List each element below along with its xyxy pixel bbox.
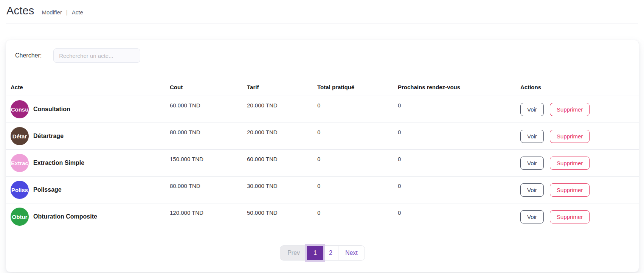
- acte-avatar-label: Détar: [12, 133, 27, 140]
- breadcrumb-acte[interactable]: Acte: [72, 9, 83, 16]
- prochains-rdv-cell: 0: [393, 123, 516, 150]
- page-1-button[interactable]: 1: [307, 246, 323, 260]
- page-header: Actes Modifier | Acte: [0, 0, 644, 17]
- view-button[interactable]: Voir: [520, 157, 544, 170]
- page-title: Actes: [6, 5, 34, 17]
- column-header-cout: Cout: [165, 63, 242, 96]
- next-button[interactable]: Next: [338, 246, 365, 260]
- table-row: Consu Consultation 60.000 TND 20.000 TND…: [6, 96, 639, 123]
- acte-avatar-label: Extrac: [11, 160, 28, 166]
- search-label: Chercher:: [15, 52, 42, 59]
- acte-name: Consultation: [33, 106, 70, 113]
- actions-cell: Voir Supprimer: [516, 203, 639, 230]
- header-divider: [6, 23, 638, 23]
- pagination-container: Prev 1 2 Next: [6, 245, 639, 261]
- total-pratique-cell: 0: [313, 177, 393, 203]
- cout-cell: 60.000 TND: [165, 96, 242, 123]
- actes-table: Acte Cout Tarif Total pratiqué Prochains…: [6, 63, 639, 230]
- delete-button[interactable]: Supprimer: [550, 130, 590, 143]
- breadcrumb-separator: |: [66, 9, 68, 16]
- view-button[interactable]: Voir: [520, 210, 544, 223]
- delete-button[interactable]: Supprimer: [550, 183, 590, 197]
- delete-button[interactable]: Supprimer: [550, 157, 590, 170]
- view-button[interactable]: Voir: [520, 183, 544, 197]
- column-header-acte: Acte: [6, 63, 165, 96]
- table-row: Extrac Extraction Simple 150.000 TND 60.…: [6, 150, 639, 177]
- tarif-cell: 30.000 TND: [242, 177, 313, 203]
- actions-cell: Voir Supprimer: [516, 96, 639, 123]
- acte-cell: Consu Consultation: [6, 96, 165, 123]
- page-2-button[interactable]: 2: [323, 246, 338, 260]
- prochains-rdv-cell: 0: [393, 96, 516, 123]
- acte-avatar-label: Consu: [11, 106, 29, 113]
- acte-avatar: Consu: [11, 100, 29, 118]
- prochains-rdv-cell: 0: [393, 150, 516, 177]
- view-button[interactable]: Voir: [520, 130, 544, 143]
- total-pratique-cell: 0: [313, 123, 393, 150]
- actes-card: Chercher: Acte Cout Tarif Total pratiqué…: [6, 40, 639, 272]
- acte-avatar: Extrac: [11, 154, 29, 172]
- column-header-prochains-rdv: Prochains rendez-vous: [393, 63, 516, 96]
- view-button[interactable]: Voir: [520, 103, 544, 116]
- acte-cell: Détar Détartrage: [6, 123, 165, 150]
- tarif-cell: 60.000 TND: [242, 150, 313, 177]
- cout-cell: 120.000 TND: [165, 203, 242, 230]
- column-header-total-pratique: Total pratiqué: [313, 63, 393, 96]
- table-row: Obtur Obturation Composite 120.000 TND 5…: [6, 203, 639, 230]
- cout-cell: 80.000 TND: [165, 177, 242, 203]
- acte-avatar-label: Poliss: [11, 187, 28, 193]
- table-header-row: Acte Cout Tarif Total pratiqué Prochains…: [6, 63, 639, 96]
- acte-name: Obturation Composite: [33, 213, 97, 220]
- prev-button[interactable]: Prev: [280, 246, 307, 260]
- prochains-rdv-cell: 0: [393, 177, 516, 203]
- delete-button[interactable]: Supprimer: [550, 210, 590, 223]
- acte-cell: Extrac Extraction Simple: [6, 150, 165, 177]
- search-input[interactable]: [53, 48, 140, 63]
- table-body: Consu Consultation 60.000 TND 20.000 TND…: [6, 96, 639, 230]
- tarif-cell: 50.000 TND: [242, 203, 313, 230]
- total-pratique-cell: 0: [313, 150, 393, 177]
- total-pratique-cell: 0: [313, 96, 393, 123]
- breadcrumb: Modifier | Acte: [42, 9, 83, 16]
- acte-name: Extraction Simple: [33, 160, 84, 166]
- cout-cell: 80.000 TND: [165, 123, 242, 150]
- acte-cell: Obtur Obturation Composite: [6, 203, 165, 230]
- acte-avatar: Détar: [11, 127, 29, 145]
- prochains-rdv-cell: 0: [393, 203, 516, 230]
- actions-cell: Voir Supprimer: [516, 123, 639, 150]
- acte-avatar: Poliss: [11, 181, 29, 199]
- tarif-cell: 20.000 TND: [242, 96, 313, 123]
- actions-cell: Voir Supprimer: [516, 177, 639, 203]
- acte-name: Détartrage: [33, 133, 64, 140]
- column-header-actions: Actions: [516, 63, 639, 96]
- cout-cell: 150.000 TND: [165, 150, 242, 177]
- breadcrumb-modifier[interactable]: Modifier: [42, 9, 62, 16]
- pagination: Prev 1 2 Next: [280, 245, 365, 261]
- acte-name: Polissage: [33, 186, 62, 193]
- column-header-tarif: Tarif: [242, 63, 313, 96]
- search-row: Chercher:: [6, 40, 639, 63]
- actions-cell: Voir Supprimer: [516, 150, 639, 177]
- delete-button[interactable]: Supprimer: [550, 103, 590, 116]
- acte-avatar-label: Obtur: [12, 214, 28, 220]
- table-row: Détar Détartrage 80.000 TND 20.000 TND 0…: [6, 123, 639, 150]
- acte-avatar: Obtur: [11, 208, 29, 226]
- table-row: Poliss Polissage 80.000 TND 30.000 TND 0…: [6, 177, 639, 203]
- total-pratique-cell: 0: [313, 203, 393, 230]
- acte-cell: Poliss Polissage: [6, 177, 165, 203]
- tarif-cell: 20.000 TND: [242, 123, 313, 150]
